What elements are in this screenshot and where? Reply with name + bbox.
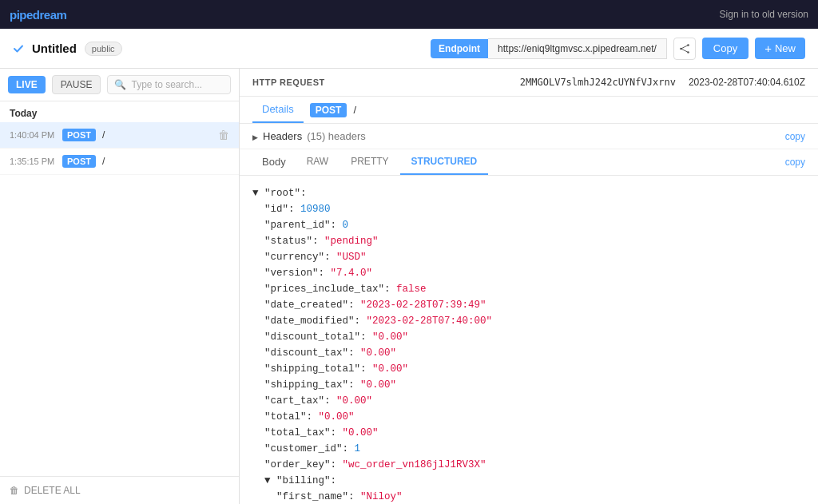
json-line: "prices_include_tax": false — [252, 281, 805, 297]
headers-row: Headers (15) headers copy — [240, 124, 818, 149]
new-button[interactable]: + New — [755, 38, 805, 59]
event-list: 1:40:04 PM POST / 🗑 1:35:15 PM POST / — [0, 122, 239, 476]
json-line: "first_name": "Niloy" — [252, 489, 805, 504]
json-content: ▼ "root": "id": 10980 "parent_id": 0 "st… — [240, 176, 818, 504]
json-line: "shipping_total": "0.00" — [252, 361, 805, 377]
endpoint-group: Endpoint https://eniq9ltgmvsc.x.pipedrea… — [431, 38, 667, 59]
request-meta: 2MMGOLV7slmhJ242cUYNfVJxrnv 2023-02-28T0… — [520, 77, 805, 88]
svg-line-3 — [681, 45, 688, 49]
json-line: "version": "7.4.0" — [252, 265, 805, 281]
search-icon: 🔍 — [114, 79, 126, 90]
tab-details[interactable]: Details — [252, 97, 304, 123]
workflow-check-icon — [13, 43, 24, 54]
svg-line-4 — [681, 49, 688, 53]
event-item[interactable]: 1:40:04 PM POST / 🗑 — [0, 122, 239, 149]
request-time: 2023-02-28T07:40:04.610Z — [689, 77, 805, 88]
workflow-public-badge: public — [85, 42, 122, 56]
headers-copy-link[interactable]: copy — [785, 131, 805, 142]
main-layout: LIVE PAUSE 🔍 Type to search... Today 1:4… — [0, 69, 818, 504]
delete-all-bar[interactable]: 🗑 DELETE ALL — [0, 476, 239, 504]
endpoint-url: https://eniq9ltgmvsc.x.pipedream.net/ — [488, 38, 667, 59]
delete-all-label: DELETE ALL — [24, 485, 81, 496]
json-line: "discount_total": "0.00" — [252, 329, 805, 345]
request-header: HTTP REQUEST 2MMGOLV7slmhJ242cUYNfVJxrnv… — [240, 69, 818, 97]
root-toggle[interactable]: ▼ — [252, 188, 259, 199]
request-section-title: HTTP REQUEST — [252, 77, 325, 87]
detail-path: / — [353, 104, 356, 116]
body-tabs-row: Body RAW PRETTY STRUCTURED copy — [240, 149, 818, 176]
event-time: 1:40:04 PM — [10, 130, 56, 140]
tab-raw[interactable]: RAW — [296, 149, 340, 175]
event-item[interactable]: 1:35:15 PM POST / — [0, 149, 239, 175]
event-path: / — [102, 156, 229, 167]
event-path: / — [102, 129, 212, 141]
json-line: "total_tax": "0.00" — [252, 425, 805, 441]
json-line: "discount_tax": "0.00" — [252, 345, 805, 361]
request-id: 2MMGOLV7slmhJ242cUYNfVJxrnv — [520, 77, 676, 88]
json-line: "customer_id": 1 — [252, 441, 805, 457]
workflow-right: Endpoint https://eniq9ltgmvsc.x.pipedrea… — [431, 38, 805, 60]
sign-in-link[interactable]: Sign in to old version — [720, 9, 808, 20]
brand-pipe: pipedream — [10, 8, 66, 22]
workflow-title: Untitled — [32, 42, 77, 55]
billing-toggle[interactable]: ▼ — [264, 475, 271, 486]
json-line: ▼ "root": — [252, 185, 805, 201]
body-tabs: Body RAW PRETTY STRUCTURED — [252, 149, 488, 175]
method-badge: POST — [310, 103, 347, 117]
event-method: POST — [62, 155, 96, 168]
json-line: "id": 10980 — [252, 201, 805, 217]
event-time: 1:35:15 PM — [10, 157, 56, 166]
headers-count: (15) headers — [307, 130, 366, 142]
details-tabs: Details POST / — [240, 97, 818, 124]
body-section: Body RAW PRETTY STRUCTURED copy ▼ "root"… — [240, 149, 818, 504]
body-label: Body — [252, 149, 296, 175]
events-toolbar: LIVE PAUSE 🔍 Type to search... — [0, 69, 239, 101]
json-line: "cart_tax": "0.00" — [252, 393, 805, 409]
delete-event-icon[interactable]: 🗑 — [218, 129, 229, 141]
workflow-bar: Untitled public Endpoint https://eniq9lt… — [0, 29, 818, 69]
tab-structured[interactable]: STRUCTURED — [400, 149, 489, 175]
copy-button[interactable]: Copy — [702, 38, 749, 59]
right-panel: HTTP REQUEST 2MMGOLV7slmhJ242cUYNfVJxrnv… — [240, 69, 818, 504]
brand-logo: pipedream — [10, 8, 66, 22]
json-line: "shipping_tax": "0.00" — [252, 377, 805, 393]
new-label: New — [775, 42, 796, 54]
plus-icon: + — [764, 42, 772, 54]
headers-text: Headers — [263, 130, 302, 142]
body-copy-link[interactable]: copy — [785, 157, 805, 168]
today-label: Today — [0, 101, 239, 122]
json-line: "parent_id": 0 — [252, 217, 805, 233]
search-placeholder: Type to search... — [131, 79, 202, 90]
json-line: "currency": "USD" — [252, 249, 805, 265]
json-line: "date_modified": "2023-02-28T07:40:00" — [252, 313, 805, 329]
json-line: "status": "pending" — [252, 233, 805, 249]
json-line: ▼ "billing": — [252, 473, 805, 489]
left-panel: LIVE PAUSE 🔍 Type to search... Today 1:4… — [0, 69, 240, 504]
headers-toggle-button[interactable]: Headers (15) headers — [252, 130, 366, 142]
chevron-right-icon — [252, 131, 258, 142]
json-line: "order_key": "wc_order_vn186jlJ1RV3X" — [252, 457, 805, 473]
endpoint-label: Endpoint — [431, 39, 488, 58]
share-icon[interactable] — [673, 38, 696, 60]
json-line: "date_created": "2023-02-28T07:39:49" — [252, 297, 805, 313]
workflow-left: Untitled public — [13, 42, 122, 56]
top-nav: pipedream Sign in to old version — [0, 0, 818, 29]
search-box[interactable]: 🔍 Type to search... — [107, 75, 231, 94]
pause-button[interactable]: PAUSE — [52, 75, 101, 94]
event-method: POST — [62, 129, 96, 141]
live-button[interactable]: LIVE — [8, 76, 46, 93]
tab-pretty[interactable]: PRETTY — [340, 149, 399, 175]
json-line: "total": "0.00" — [252, 409, 805, 425]
trash-icon: 🗑 — [10, 485, 19, 496]
